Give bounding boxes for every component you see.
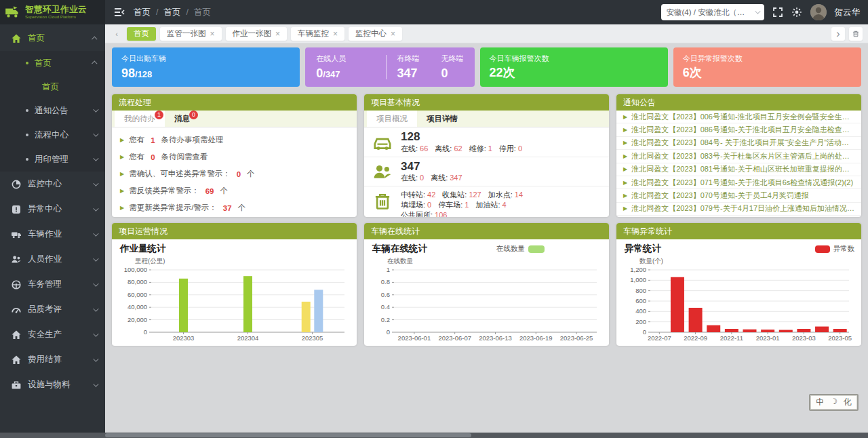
sidebar-item-home-2[interactable]: 首页 [0,51,105,75]
svg-text:2023-06-01: 2023-06-01 [398,334,431,342]
box-icon [11,380,22,391]
notice-item[interactable]: ▶淮北同盈文【2023】086号通知-关于淮北项目五月安全隐患检查情况通告 [616,123,861,136]
process-item[interactable]: ▶需确认、可申述类异常警示：0个 [120,165,349,182]
notice-item[interactable]: ▶淮北同盈文【2023】081号通知-关于相山区班长加班重复提报的通报 [616,163,861,176]
svg-text:40,000: 40,000 [127,303,147,311]
sidebar-item-label: 人员作业 [28,254,62,265]
notice-item[interactable]: ▶淮北同盈文【2023】079号-关于4月17日油价上涨通知后加油情况通报 [616,203,861,216]
sidebar-item-facility[interactable]: 设施与物料 [0,372,105,397]
stat-title: 在线人员 [316,54,374,64]
stat-card-3: 今日异常报警次数6次 [673,47,861,87]
stat-value: 0 [518,144,522,153]
bullet-icon [26,158,28,161]
notice-item[interactable]: ▶淮北同盈文【2023】006号通知-淮北项目五月安全例会暨安全生产月启动会… [616,111,861,123]
tabbar: ‹ 首页监管一张图×作业一张图×车辆监控×监控中心× › [105,24,868,43]
username[interactable]: 贺云华 [835,7,861,18]
ime-toolbar[interactable]: 中☽化 [809,394,859,411]
sidebar-item-process[interactable]: 流程中心 [0,123,105,147]
process-item[interactable]: ▶提示类异常：13个 [120,216,349,217]
process-item[interactable]: ▶需更新类异常提示/警示：37个 [120,199,349,216]
sidebar-item-monitor[interactable]: 监控中心 [0,172,105,197]
tab-2[interactable]: 作业一张图× [226,27,288,41]
svg-text:2022-07: 2022-07 [648,334,671,342]
project-stats-line: 在线:66离线:62维修:1停用:0 [401,144,529,154]
breadcrumb: 首页/首页/首页 [134,7,211,18]
topbar-right: 安徽(4) / 安徽淮北（相... 贺云华 [661,4,861,20]
project-stats-line: 在线:0离线:347 [401,173,469,183]
vehicle-online-line-chart: 00.20.40.60.812023-06-012023-06-072023-0… [370,266,604,342]
stat-card-1: 在线人员0/347有终端347无终端0 [305,47,474,87]
main-column: 首页/首页/首页 安徽(4) / 安徽淮北（相... 贺云华 ‹ [105,0,868,438]
notice-item[interactable]: ▶淮北同盈文【2023】070号通知-关于员工4月奖罚通报 [616,189,861,202]
notice-item-text: 淮北同盈文【2023】083号-关于杜集区东片区主管酒后上岗的处罚通告 [631,151,854,161]
chevron-down-icon [755,8,760,14]
tab-3[interactable]: 车辆监控× [291,27,344,41]
moon-icon[interactable]: ☽ [830,397,837,408]
breadcrumb-item[interactable]: 首页 [134,7,151,18]
stat-value-main: 0 [441,66,448,80]
panel-process: 流程处理 我的待办1消息0 ▶您有1条待办事项需处理▶您有0条待阅需查看▶需确认… [112,94,357,217]
process-item[interactable]: ▶需反馈类异常警示：69个 [120,182,349,199]
avatar[interactable] [810,4,827,20]
notice-item[interactable]: ▶淮北同盈文【2023】084号- 关于淮北项目开展“安全生产月”活动的通知 [616,137,861,150]
ime-char[interactable]: 中 [816,397,824,408]
close-icon[interactable]: × [333,30,338,38]
sidebar-item-vehicle-work[interactable]: 车辆作业 [0,222,105,247]
stat-label: 在线: [401,144,418,153]
close-icon[interactable]: × [210,30,215,38]
sidebar-item-exception[interactable]: 异常中心 [0,197,105,222]
process-tab-0[interactable]: 我的待办1 [115,111,165,127]
process-item[interactable]: ▶您有0条待阅需查看 [120,148,349,165]
car-icon [372,132,393,153]
close-icon[interactable]: × [391,30,395,38]
project-tab-0[interactable]: 项目概况 [367,111,417,127]
breadcrumb-item[interactable]: 首页 [163,7,180,18]
stat-label: 加油站: [475,201,500,209]
org-selector[interactable]: 安徽(4) / 安徽淮北（相... [661,4,764,20]
svg-text:2023-05: 2023-05 [828,334,852,342]
tabs-scroll-left[interactable]: ‹ [111,28,123,40]
horizontal-scrollbar-thumb[interactable] [105,433,471,437]
logo[interactable]: 智慧环卫作业云 Supervision Cloud Platform [0,0,105,24]
tab-label: 监管一张图 [167,28,206,39]
triangle-right-icon: ▶ [120,137,124,143]
sidebar-item-notice[interactable]: 通知公告 [0,98,105,123]
tab-1[interactable]: 监管一张图× [160,27,222,41]
stat-col: 在线人员0/347 [305,54,385,81]
app-subtitle: Supervision Cloud Platform [25,14,83,19]
close-icon[interactable]: × [275,30,280,38]
tab-4[interactable]: 监控中心× [349,27,402,41]
ime-char[interactable]: 化 [844,397,852,408]
tab-home[interactable]: 首页 [127,27,156,41]
sidebar-item-quality[interactable]: 品质考评 [0,297,105,322]
sidebar-item-label: 车辆作业 [28,228,62,240]
fullscreen-icon[interactable] [772,7,783,18]
sidebar-item-personnel-work[interactable]: 人员作业 [0,247,105,272]
sidebar-item-label: 车务管理 [28,279,62,290]
notice-item[interactable]: ▶淮北同盈文【2023】071号通知-关于淮北项目6s检查情况通报(2)(2) [616,176,861,189]
tabs-scroll-right[interactable]: › [831,27,845,41]
sidebar-item-seal[interactable]: 用印管理 [0,147,105,172]
notice-item[interactable]: ▶淮北同盈文【2023】083号-关于杜集区东片区主管酒后上岗的处罚通告 [616,150,861,163]
gear-icon[interactable] [791,7,802,18]
process-tab-1[interactable]: 消息0 [165,111,199,127]
sidebar-item-cost[interactable]: 费用结算 [0,347,105,372]
people-icon [11,254,22,265]
process-item-count: 0 [237,170,241,178]
process-item[interactable]: ▶您有1条待办事项需处理 [120,132,349,148]
notice-item-text: 淮北同盈文【2023】084号- 关于淮北项目开展“安全生产月”活动的通知 [631,138,854,148]
triangle-right-icon: ▶ [120,171,124,177]
sidebar-item-safety[interactable]: 安全生产 [0,322,105,347]
operation-chart-body: 作业量统计 里程(公里) 020,00040,00060,00080,00010… [112,239,357,346]
project-tab-1[interactable]: 项目详情 [417,111,467,127]
sidebar-item-vehicle-mgmt[interactable]: 车务管理 [0,272,105,297]
menu-fold-icon[interactable] [113,6,125,18]
project-row: 中转站:42收集站:127加水点:14填埋场:0停车场:1加油站:4公共厕所:1… [364,186,609,217]
project-row-content: 128在线:66离线:62维修:1停用:0 [401,131,529,154]
notice-item-text: 淮北同盈文【2023】006号通知-淮北项目五月安全例会暨安全生产月启动会… [631,112,854,122]
pie-icon [11,179,22,190]
stat-value: 62 [454,144,462,153]
sidebar-item-home-3[interactable]: 首页 [0,75,105,98]
sidebar-item-home[interactable]: 首页 [0,26,105,51]
close-tabs-trash-icon[interactable] [849,27,863,41]
